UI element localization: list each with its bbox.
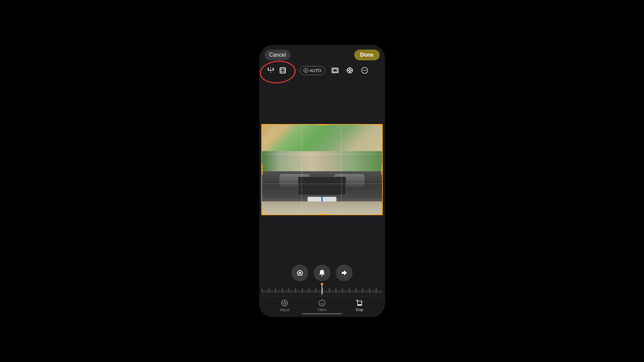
svg-point-17 bbox=[366, 70, 366, 71]
ruler-center-line bbox=[322, 285, 322, 295]
aspect-ratio-button[interactable] bbox=[330, 65, 340, 76]
home-indicator bbox=[302, 313, 342, 314]
filters-icon bbox=[318, 299, 326, 307]
filters-label: Filters bbox=[317, 308, 326, 312]
bottom-area: Adjust Filters bbox=[259, 260, 385, 317]
reflect-button[interactable] bbox=[336, 264, 353, 281]
svg-point-18 bbox=[299, 272, 301, 274]
done-button[interactable]: Done bbox=[354, 50, 380, 60]
crop-shape-button[interactable] bbox=[277, 64, 289, 76]
reflect-icon bbox=[340, 269, 348, 277]
bottom-indicator bbox=[259, 313, 385, 314]
flatten-button[interactable] bbox=[291, 264, 308, 281]
bell-button[interactable] bbox=[314, 264, 330, 281]
bell-icon bbox=[318, 269, 326, 277]
svg-marker-13 bbox=[351, 69, 352, 71]
auto-label: AUTO bbox=[310, 68, 322, 73]
flip-button[interactable] bbox=[265, 64, 277, 76]
crop-shape-icon bbox=[279, 66, 287, 74]
svg-point-21 bbox=[283, 302, 285, 304]
crop-icon bbox=[356, 299, 364, 307]
tool-bar: AUTO bbox=[259, 63, 385, 79]
rotate-icon bbox=[346, 67, 354, 74]
rotation-buttons bbox=[259, 260, 385, 285]
flatten-icon bbox=[296, 269, 304, 277]
tab-crop[interactable]: Crop bbox=[341, 299, 378, 312]
svg-marker-12 bbox=[347, 69, 349, 71]
crop-label: Crop bbox=[356, 308, 363, 312]
car-photo bbox=[261, 124, 383, 215]
adjust-icon bbox=[280, 299, 288, 307]
more-button[interactable] bbox=[359, 65, 370, 76]
svg-point-15 bbox=[363, 70, 364, 71]
svg-rect-2 bbox=[280, 68, 285, 73]
ruler-container[interactable] bbox=[259, 285, 385, 295]
tab-filters[interactable]: Filters bbox=[303, 299, 341, 312]
cancel-button[interactable]: Cancel bbox=[265, 50, 291, 60]
adjust-label: Adjust bbox=[280, 308, 289, 312]
toolbar-right bbox=[330, 65, 370, 76]
tab-adjust[interactable]: Adjust bbox=[266, 299, 304, 312]
toolbar-separator bbox=[294, 67, 294, 74]
flip-icon bbox=[267, 66, 275, 74]
image-area bbox=[259, 79, 385, 260]
top-bar: Cancel Done bbox=[259, 45, 385, 63]
more-icon bbox=[361, 67, 368, 74]
svg-rect-8 bbox=[333, 69, 337, 72]
photo-frame bbox=[261, 124, 383, 215]
aspect-ratio-icon bbox=[331, 67, 339, 74]
rotate-button[interactable] bbox=[344, 65, 355, 76]
svg-point-16 bbox=[364, 70, 365, 71]
auto-circle-icon bbox=[304, 68, 308, 73]
auto-button[interactable]: AUTO bbox=[300, 66, 325, 75]
tab-bar: Adjust Filters bbox=[259, 296, 385, 313]
phone-container: Cancel Done bbox=[259, 45, 385, 317]
